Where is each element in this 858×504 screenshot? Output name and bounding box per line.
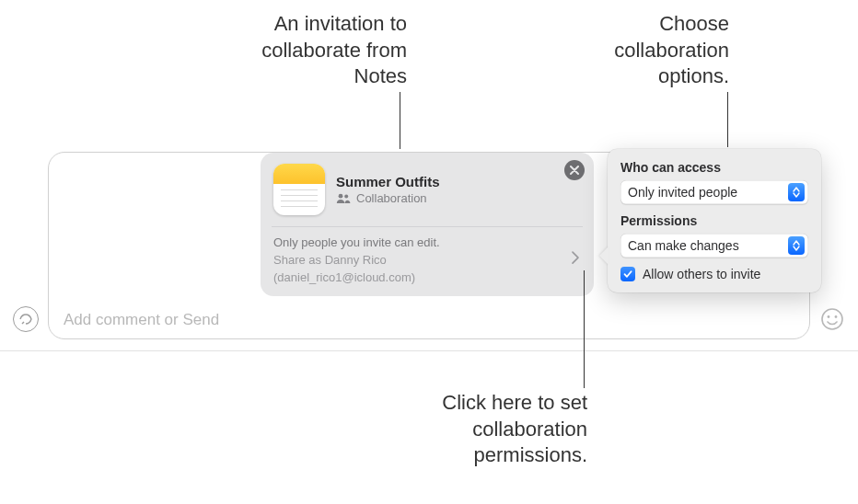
select-stepper-icon (788, 183, 805, 201)
emoji-button[interactable] (819, 306, 845, 332)
collaboration-options-popover: Who can access Only invited people Permi… (608, 149, 821, 292)
who-can-access-select[interactable]: Only invited people (620, 180, 808, 204)
svg-point-0 (822, 309, 842, 329)
callout-options: Choose collaboration options. (556, 11, 729, 90)
invite-permissions-row[interactable]: Only people you invite can edit. Share a… (273, 235, 581, 287)
compose-placeholder: Add comment or Send (64, 311, 219, 329)
collaboration-badge-label: Collaboration (356, 191, 427, 205)
svg-point-4 (344, 194, 348, 198)
share-as-email: (daniel_rico1@icloud.com) (273, 269, 581, 287)
callout-options-line (727, 92, 728, 147)
collaboration-badge: Collaboration (336, 191, 440, 205)
select-stepper-icon (788, 236, 805, 255)
apps-button[interactable] (13, 306, 39, 332)
apps-icon (18, 312, 33, 326)
permissions-select[interactable]: Can make changes (620, 234, 808, 258)
allow-others-checkbox-row[interactable]: Allow others to invite (620, 267, 808, 281)
notes-app-icon (273, 164, 325, 215)
emoji-icon (820, 307, 844, 331)
callout-invite-line (400, 92, 400, 149)
callout-permissions: Click here to set collaboration permissi… (405, 390, 587, 469)
people-icon (336, 193, 351, 204)
permissions-label: Permissions (620, 213, 808, 228)
divider (272, 226, 583, 227)
who-can-access-label: Who can access (620, 160, 808, 175)
invite-title: Summer Outfits (336, 174, 440, 189)
svg-point-3 (339, 193, 343, 198)
allow-others-checkbox[interactable] (620, 267, 635, 281)
allow-others-label: Allow others to invite (643, 267, 760, 281)
callout-invite: An invitation to collaborate from Notes (241, 11, 407, 90)
chevron-right-icon (572, 251, 579, 269)
dismiss-invite-button[interactable] (564, 160, 585, 180)
invite-title-block: Summer Outfits Collaboration (336, 174, 440, 205)
permissions-value: Can make changes (628, 238, 739, 253)
who-can-access-value: Only invited people (628, 185, 737, 200)
invite-header: Summer Outfits Collaboration (273, 164, 581, 224)
svg-point-1 (828, 315, 830, 318)
callout-permissions-line (584, 270, 585, 388)
share-as-name: Share as Danny Rico (273, 252, 581, 269)
svg-point-2 (835, 315, 838, 318)
checkmark-icon (623, 269, 632, 279)
invite-info: Only people you invite can edit. (273, 235, 581, 252)
close-icon (570, 166, 579, 175)
collaboration-invite-card: Summer Outfits Collaboration Only p (261, 153, 594, 296)
